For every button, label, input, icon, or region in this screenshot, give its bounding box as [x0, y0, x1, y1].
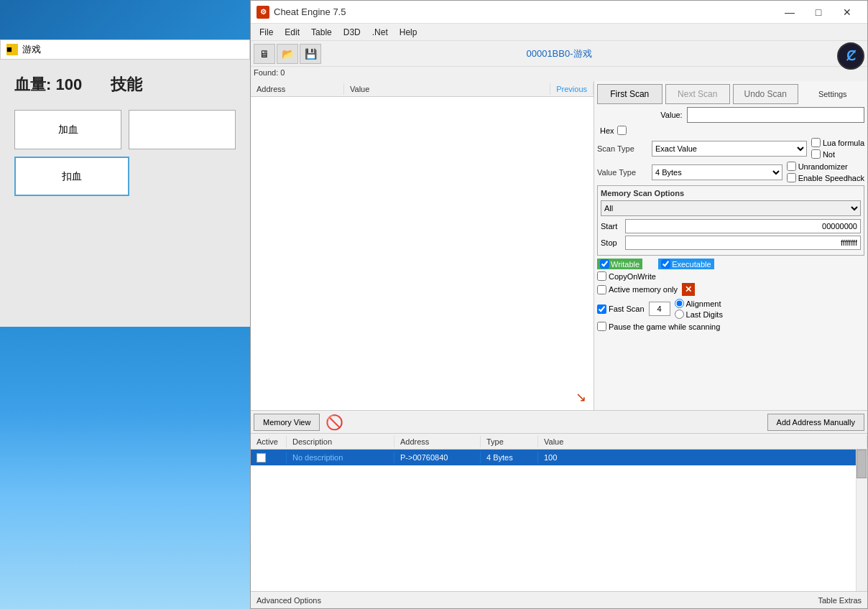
value-cell: 100: [538, 452, 867, 463]
last-digits-radio[interactable]: [675, 310, 684, 319]
memory-scan-title: Memory Scan Options: [601, 189, 861, 197]
first-scan-button[interactable]: First Scan: [597, 84, 662, 104]
copy-on-write-checkbox[interactable]: [597, 271, 606, 281]
value-col-header: Value: [344, 83, 550, 95]
scan-type-row: Scan Type Exact Value Bigger than... Sma…: [597, 138, 864, 159]
hex-label: Hex: [600, 126, 614, 135]
value-type-select[interactable]: 4 Bytes Byte 2 Bytes 8 Bytes: [652, 164, 782, 180]
fast-scan-checkbox[interactable]: [597, 304, 606, 314]
active-memory-item: Active memory only: [597, 285, 678, 294]
scan-type-select[interactable]: Exact Value Bigger than... Smaller than.…: [652, 141, 807, 157]
status-right[interactable]: Table Extras: [818, 596, 862, 605]
ce-icon-text: ⚙: [260, 8, 267, 16]
alignment-radio-group: Alignment Last Digits: [675, 299, 723, 319]
executable-label: Executable: [672, 260, 711, 269]
type-cell: 4 Bytes: [481, 452, 538, 463]
menu-net[interactable]: .Net: [366, 26, 394, 39]
menu-d3d[interactable]: D3D: [338, 26, 366, 39]
table-scrollbar[interactable]: [856, 450, 867, 591]
stop-input[interactable]: [625, 236, 861, 250]
scan-results-header: Address Value Previous: [251, 81, 594, 97]
lua-formula-row: Lua formula: [811, 138, 864, 147]
active-memory-checkbox[interactable]: [597, 285, 606, 294]
menu-file[interactable]: File: [254, 26, 279, 39]
close-button[interactable]: ✕: [833, 1, 862, 24]
address-table-body: No description P->00760840 4 Bytes 100: [251, 450, 867, 591]
alignment-label: Alignment: [686, 299, 721, 308]
hex-checkbox[interactable]: [617, 126, 627, 135]
copy-on-write-label: CopyOnWrite: [609, 272, 656, 281]
active-col-header: Active: [251, 436, 287, 447]
memory-region-select[interactable]: All: [601, 200, 861, 216]
game-btn-row-2: 扣血: [14, 157, 236, 196]
fast-scan-label: Fast Scan: [609, 304, 645, 313]
ce-titlebar: ⚙ Cheat Engine 7.5 — □ ✕: [251, 1, 867, 24]
memory-view-button[interactable]: Memory View: [254, 414, 320, 431]
game-content: 血量: 100 技能 加血 扣血: [0, 60, 250, 327]
writable-executable-row: Writable Executable: [597, 259, 864, 269]
status-left[interactable]: Advanced Options: [257, 596, 321, 605]
value-label: Value:: [660, 111, 682, 119]
damage-top-button[interactable]: [129, 110, 236, 149]
description-cell: No description: [287, 452, 394, 463]
lua-right: Lua formula Not: [811, 138, 864, 159]
no-circle-icon: 🚫: [326, 414, 343, 431]
unrandomizer-label: Unrandomizer: [798, 162, 848, 171]
fast-scan-value-input[interactable]: [649, 302, 670, 316]
skill-stat: 技能: [111, 74, 142, 96]
unrandomizer-checkbox[interactable]: [787, 162, 796, 171]
game-titlebar: ■ 游戏: [0, 39, 250, 60]
alignment-radio[interactable]: [675, 299, 684, 308]
executable-option: Executable: [658, 259, 714, 269]
stop-label: Stop: [601, 238, 622, 247]
menu-edit[interactable]: Edit: [279, 26, 305, 39]
right-panel: First Scan Next Scan Undo Scan Settings …: [594, 81, 867, 410]
toolbar-computer-icon[interactable]: 🖥: [254, 44, 275, 64]
toolbar-save-icon[interactable]: 💾: [300, 44, 321, 64]
add-address-button[interactable]: Add Address Manually: [767, 414, 864, 431]
active-cell: [251, 452, 287, 464]
scan-results-body: ↘: [251, 97, 594, 410]
start-label: Start: [601, 222, 622, 231]
executable-checkbox[interactable]: [661, 259, 670, 269]
undo-scan-button[interactable]: Undo Scan: [733, 84, 798, 104]
process-name: 00001BB0-游戏: [526, 47, 591, 60]
start-input[interactable]: [625, 219, 861, 233]
value-type-right: Unrandomizer Enable Speedhack: [787, 162, 864, 182]
fast-scan-row: Fast Scan Alignment Last Digits: [597, 299, 864, 319]
minimize-button[interactable]: —: [775, 1, 804, 24]
active-memory-x-button[interactable]: ✕: [682, 283, 695, 296]
writable-option: Writable: [597, 259, 642, 269]
found-count: Found: 0: [254, 68, 285, 77]
table-row[interactable]: No description P->00760840 4 Bytes 100: [251, 450, 867, 465]
settings-button[interactable]: Settings: [801, 84, 865, 104]
ce-icon: ⚙: [257, 6, 269, 19]
bottom-toolbar: Memory View 🚫 Add Address Manually: [251, 410, 867, 433]
active-checkbox-cell[interactable]: [257, 453, 266, 462]
resize-area[interactable]: ↘: [573, 390, 588, 404]
maximize-button[interactable]: □: [804, 1, 833, 24]
found-bar: Found: 0: [251, 67, 867, 81]
memory-scan-options: Memory Scan Options All Start Stop: [597, 185, 864, 256]
speedhack-checkbox[interactable]: [787, 173, 796, 182]
damage-button[interactable]: 扣血: [14, 157, 129, 196]
next-scan-button[interactable]: Next Scan: [665, 84, 731, 104]
toolbar-open-icon[interactable]: 📂: [277, 44, 298, 64]
pause-scanning-checkbox[interactable]: [597, 322, 606, 331]
value-input[interactable]: [687, 107, 864, 123]
ce-main: Found: 0 Address Value Previous ↘: [251, 67, 867, 608]
menu-help[interactable]: Help: [394, 26, 423, 39]
last-digits-radio-item: Last Digits: [675, 310, 723, 319]
writable-checkbox[interactable]: [600, 259, 609, 269]
start-addr-row: Start: [601, 219, 861, 233]
lua-formula-checkbox[interactable]: [811, 138, 821, 147]
not-checkbox[interactable]: [811, 149, 821, 159]
value-col-header-2: Value: [538, 436, 867, 447]
copy-on-write-item: CopyOnWrite: [597, 271, 656, 281]
heal-button[interactable]: 加血: [14, 110, 121, 149]
lua-formula-label: Lua formula: [823, 139, 864, 147]
menu-table[interactable]: Table: [305, 26, 338, 39]
game-lower-background: [0, 327, 250, 609]
scrollbar-thumb[interactable]: [857, 450, 867, 478]
writable-label: Writable: [611, 260, 640, 269]
